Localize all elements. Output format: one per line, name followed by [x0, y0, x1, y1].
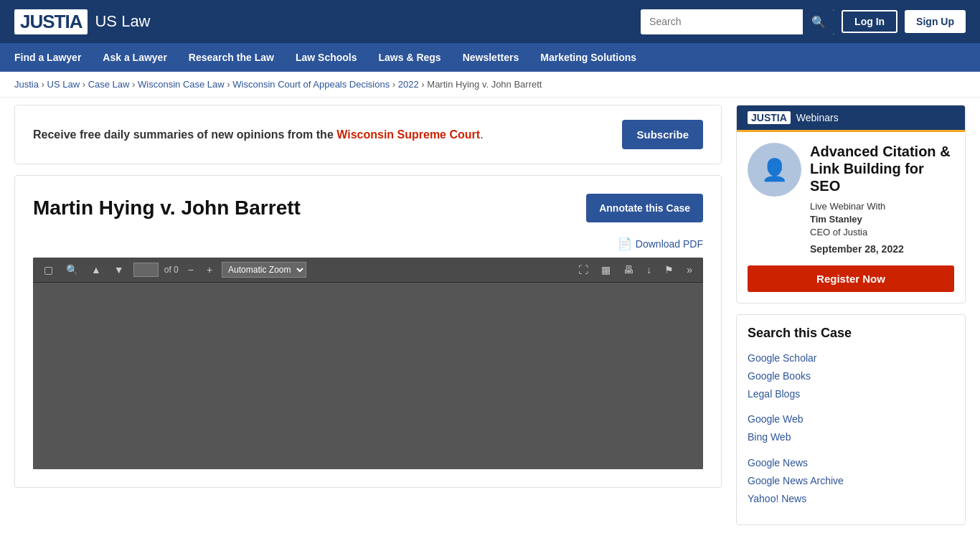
pdf-bookmark-btn[interactable]: ⚑: [661, 262, 677, 278]
search-input[interactable]: [641, 10, 803, 33]
nav-research-law[interactable]: Research the Law: [189, 44, 274, 70]
link-google-books[interactable]: Google Books: [748, 370, 811, 382]
link-legal-blogs[interactable]: Legal Blogs: [748, 388, 800, 400]
ad-name: Tim Stanley: [810, 213, 954, 226]
sidebar: JUSTIA Webinars 👤 Advanced Citation & Li…: [736, 105, 966, 525]
ad-text: Advanced Citation & Link Building for SE…: [810, 143, 954, 255]
breadcrumb-justia[interactable]: Justia: [14, 79, 39, 90]
breadcrumb-current: Martin Hying v. John Barrett: [427, 79, 542, 90]
pdf-sidebar-btn[interactable]: ▢: [40, 262, 57, 278]
download-pdf-link[interactable]: 📄 Download PDF: [618, 237, 703, 250]
breadcrumb-wi-caselaw[interactable]: Wisconsin Case Law: [138, 79, 225, 90]
pdf-toolbar: ▢ 🔍 ▲ ▼ 0 of 0 − + Automatic Zoom ⛶ ▦ 🖶 …: [33, 258, 703, 283]
pdf-spread-btn[interactable]: ▦: [598, 262, 614, 278]
pdf-zoom-out-btn[interactable]: −: [184, 262, 197, 278]
subscribe-suffix: .: [480, 128, 483, 141]
main-layout: Receive free daily summaries of new opin…: [0, 98, 980, 532]
ad-title: CEO of Justia: [810, 226, 954, 239]
case-container: Martin Hying v. John Barrett Annotate th…: [14, 175, 722, 488]
link-google-news[interactable]: Google News: [748, 457, 808, 468]
search-case-links: Google Scholar Google Books Legal Blogs …: [748, 349, 954, 514]
sidebar-ad: JUSTIA Webinars 👤 Advanced Citation & Li…: [736, 105, 966, 303]
ad-webinar-label: Live Webinar With: [810, 200, 954, 213]
logo-area: JUSTIA US Law: [14, 9, 151, 34]
breadcrumb-uslaw[interactable]: US Law: [47, 79, 80, 90]
search-group-1: Google Scholar Google Books Legal Blogs: [748, 349, 954, 404]
case-header: Martin Hying v. John Barrett Annotate th…: [33, 194, 703, 222]
nav-laws-regs[interactable]: Laws & Regs: [379, 44, 441, 70]
breadcrumb-caselaw[interactable]: Case Law: [88, 79, 130, 90]
ad-header: JUSTIA Webinars: [737, 105, 965, 130]
search-icon: 🔍: [811, 16, 826, 28]
ad-date: September 28, 2022: [810, 243, 954, 255]
download-pdf-area: 📄 Download PDF: [33, 237, 703, 250]
pdf-content: [33, 283, 703, 469]
search-button[interactable]: 🔍: [803, 9, 834, 34]
content-area: Receive free daily summaries of new opin…: [14, 105, 722, 525]
pdf-of-label: of 0: [164, 265, 179, 275]
pdf-zoom-select[interactable]: Automatic Zoom: [222, 262, 306, 278]
ad-webinars-label: Webinars: [796, 112, 839, 123]
logo-justia: JUSTIA: [14, 9, 88, 34]
pdf-download-btn[interactable]: ↓: [643, 262, 655, 278]
download-pdf-label: Download PDF: [636, 238, 703, 250]
ad-logo: JUSTIA: [748, 111, 791, 124]
link-google-news-archive[interactable]: Google News Archive: [748, 475, 844, 486]
pdf-page-input[interactable]: 0: [133, 263, 159, 277]
subscribe-banner: Receive free daily summaries of new opin…: [14, 105, 722, 164]
pdf-prev-btn[interactable]: ▲: [88, 262, 105, 278]
link-google-scholar[interactable]: Google Scholar: [748, 352, 817, 364]
nav-newsletters[interactable]: Newsletters: [463, 44, 519, 70]
header-right: 🔍 Log In Sign Up: [641, 9, 966, 34]
main-nav: Find a Lawyer Ask a Lawyer Research the …: [0, 43, 980, 72]
link-yahoo-news[interactable]: Yahoo! News: [748, 493, 806, 504]
nav-ask-lawyer[interactable]: Ask a Lawyer: [103, 44, 167, 70]
annotate-button[interactable]: Annotate this Case: [586, 194, 703, 222]
search-case-title: Search this Case: [748, 326, 954, 341]
breadcrumb: Justia › US Law › Case Law › Wisconsin C…: [0, 72, 980, 98]
header: JUSTIA US Law 🔍 Log In Sign Up: [0, 0, 980, 43]
subscribe-text: Receive free daily summaries of new opin…: [33, 126, 484, 143]
search-group-2: Google Web Bing Web: [748, 410, 954, 446]
search-wrapper: 🔍: [641, 9, 834, 34]
link-bing-web[interactable]: Bing Web: [748, 431, 791, 443]
subscribe-highlight: Wisconsin Supreme Court: [336, 128, 480, 141]
ad-body: 👤 Advanced Citation & Link Building for …: [737, 132, 965, 265]
logo-uslaw: US Law: [95, 12, 150, 31]
case-title: Martin Hying v. John Barrett: [33, 197, 301, 220]
breadcrumb-2022[interactable]: 2022: [398, 79, 419, 90]
pdf-next-btn[interactable]: ▼: [110, 262, 128, 278]
pdf-viewer: ▢ 🔍 ▲ ▼ 0 of 0 − + Automatic Zoom ⛶ ▦ 🖶 …: [33, 258, 703, 469]
search-case-box: Search this Case Google Scholar Google B…: [736, 314, 966, 526]
nav-find-lawyer[interactable]: Find a Lawyer: [14, 44, 81, 70]
ad-heading: Advanced Citation & Link Building for SE…: [810, 143, 954, 194]
pdf-print-btn[interactable]: 🖶: [620, 262, 637, 278]
subscribe-button[interactable]: Subscribe: [622, 120, 703, 149]
pdf-icon: 📄: [618, 237, 632, 250]
search-group-3: Google News Google News Archive Yahoo! N…: [748, 454, 954, 509]
pdf-fullscreen-btn[interactable]: ⛶: [575, 262, 592, 278]
ad-photo: 👤: [748, 143, 801, 197]
subscribe-prefix: Receive free daily summaries of new opin…: [33, 128, 336, 141]
breadcrumb-wi-appeals[interactable]: Wisconsin Court of Appeals Decisions: [232, 79, 390, 90]
login-button[interactable]: Log In: [842, 10, 897, 33]
nav-marketing[interactable]: Marketing Solutions: [540, 44, 636, 70]
pdf-search-btn[interactable]: 🔍: [62, 262, 82, 278]
register-button[interactable]: Register Now: [748, 265, 954, 292]
avatar: 👤: [761, 157, 788, 182]
signup-button[interactable]: Sign Up: [905, 10, 966, 33]
link-google-web[interactable]: Google Web: [748, 413, 804, 425]
pdf-zoom-in-btn[interactable]: +: [203, 262, 216, 278]
nav-law-schools[interactable]: Law Schools: [296, 44, 357, 70]
pdf-more-btn[interactable]: »: [683, 262, 696, 278]
